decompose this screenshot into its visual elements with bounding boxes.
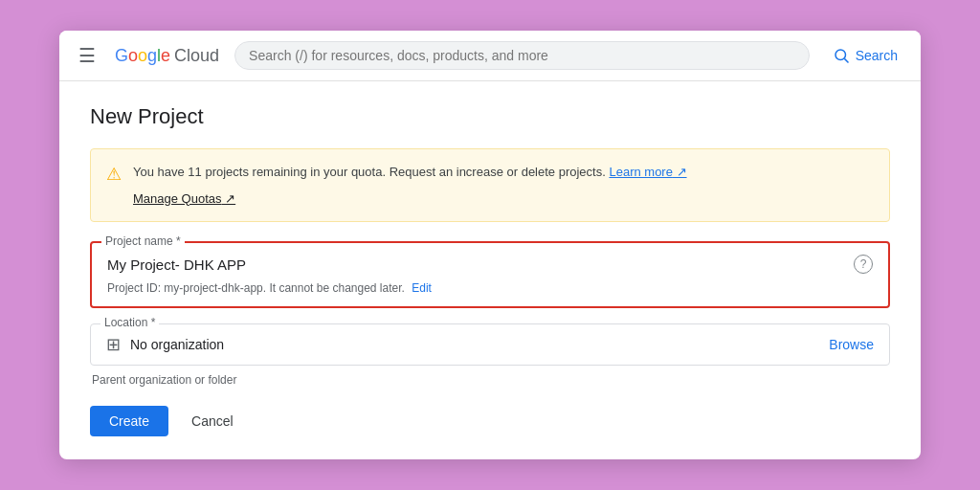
location-value: No organization <box>130 337 819 352</box>
search-input[interactable] <box>249 48 795 63</box>
warning-box: ⚠ You have 11 projects remaining in your… <box>90 148 890 222</box>
svg-point-0 <box>835 50 846 60</box>
edit-project-id-link[interactable]: Edit <box>412 281 432 295</box>
organization-icon: ⊞ <box>106 334 121 355</box>
cancel-button[interactable]: Cancel <box>180 406 245 436</box>
location-label: Location * <box>100 316 159 329</box>
topbar: ☰ Google Cloud Search <box>59 31 921 81</box>
search-button-label: Search <box>856 48 898 63</box>
project-name-label: Project name * <box>101 234 185 248</box>
create-button[interactable]: Create <box>90 406 168 436</box>
project-id-value: my-project-dhk-app. <box>164 281 266 295</box>
logo-cloud-text: Cloud <box>174 46 219 66</box>
hamburger-icon[interactable]: ☰ <box>75 40 100 71</box>
search-bar[interactable] <box>234 41 810 70</box>
project-name-input-row: ? <box>107 255 873 274</box>
browse-link[interactable]: Browse <box>829 337 874 352</box>
warning-icon: ⚠ <box>106 164 122 185</box>
project-name-field-group: Project name * ? Project ID: my-project-… <box>90 241 890 308</box>
warning-text: You have 11 projects remaining in your q… <box>133 163 687 208</box>
project-id-suffix: It cannot be changed later. <box>269 281 404 295</box>
manage-quotas-link[interactable]: Manage Quotas ↗ <box>133 189 687 209</box>
search-icon <box>833 47 850 64</box>
project-name-input[interactable] <box>107 256 846 273</box>
help-icon[interactable]: ? <box>854 255 873 274</box>
warning-message: You have 11 projects remaining in your q… <box>133 165 606 179</box>
project-id-prefix: Project ID: <box>107 281 161 295</box>
location-field-group: Location * ⊞ No organization Browse <box>90 323 890 366</box>
main-window: ☰ Google Cloud Search New Project ⚠ You … <box>59 31 921 459</box>
svg-line-1 <box>844 58 848 62</box>
button-row: Create Cancel <box>90 406 890 436</box>
google-cloud-logo: Google Cloud <box>115 46 219 66</box>
page-title: New Project <box>90 104 890 129</box>
location-row: ⊞ No organization Browse <box>106 334 874 355</box>
logo-text: Google <box>115 46 170 66</box>
main-content: New Project ⚠ You have 11 projects remai… <box>59 81 921 459</box>
learn-more-link[interactable]: Learn more ↗ <box>609 165 686 179</box>
search-button[interactable]: Search <box>825 43 905 68</box>
location-helper-text: Parent organization or folder <box>90 373 890 387</box>
project-id-row: Project ID: my-project-dhk-app. It canno… <box>107 281 873 295</box>
